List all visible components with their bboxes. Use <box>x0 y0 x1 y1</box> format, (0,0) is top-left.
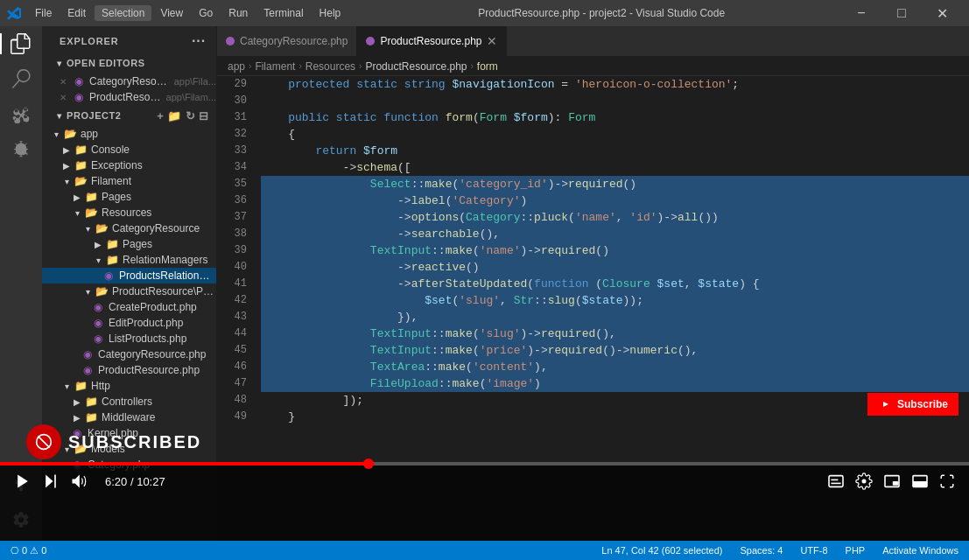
status-language[interactable]: PHP <box>842 545 869 556</box>
tab-close-button[interactable]: ✕ <box>487 34 497 48</box>
tree-category-resource[interactable]: ▾ 📂 CategoryResource <box>42 220 216 236</box>
category-resource-arrow: ▾ <box>81 221 95 235</box>
subscribed-badge: SUBSCRIBED <box>26 424 201 459</box>
breadcrumb-form[interactable]: form <box>477 60 498 73</box>
tree-exceptions[interactable]: ▶ 📁 Exceptions <box>42 158 216 173</box>
svg-rect-6 <box>829 476 843 487</box>
tree-products-relation[interactable]: ◉ ProductsRelationManage... <box>42 268 216 284</box>
menu-edit[interactable]: Edit <box>60 5 93 21</box>
menu-run[interactable]: Run <box>221 5 255 21</box>
refresh-icon[interactable]: ↻ <box>186 109 196 122</box>
tree-edit-product[interactable]: ◉ EditProduct.php <box>42 315 216 331</box>
fullscreen-button[interactable] <box>939 473 955 489</box>
status-errors[interactable]: ⎔ 0 ⚠ 0 <box>7 545 50 556</box>
subscribe-button[interactable]: Subscribe <box>867 393 958 416</box>
tree-app[interactable]: ▾ 📂 app <box>42 126 216 142</box>
code-line-48: ]); <box>261 392 969 409</box>
window-controls: − □ ✕ <box>841 0 962 26</box>
tree-relation-managers[interactable]: ▾ 📁 RelationManagers <box>42 252 216 268</box>
open-editor-category[interactable]: ✕ ◉ CategoryResource.php app\Fila... <box>42 74 216 89</box>
menu-file[interactable]: File <box>28 5 59 21</box>
miniplayer-button[interactable] <box>883 474 901 488</box>
code-line-32: { <box>261 126 969 143</box>
resources-folder-icon: 📂 <box>84 206 98 220</box>
breadcrumb-file[interactable]: ProductResource.php <box>365 60 467 73</box>
breadcrumb-app[interactable]: app <box>228 60 245 73</box>
debug-activity-icon[interactable] <box>7 135 35 163</box>
subscribed-icon <box>26 424 61 459</box>
settings-video-button[interactable] <box>855 472 873 490</box>
code-line-37: ->options(Category::pluck('name', 'id')-… <box>261 209 969 226</box>
tree-product-resource-pages[interactable]: ▾ 📂 ProductResource\Pages <box>42 284 216 299</box>
project-arrow: ▾ <box>53 108 67 122</box>
status-encoding[interactable]: UTF-8 <box>797 545 831 556</box>
middleware-folder-icon: 📁 <box>84 410 98 424</box>
status-position[interactable]: Ln 47, Col 42 (602 selected) <box>598 545 726 556</box>
explorer-activity-icon[interactable] <box>7 30 35 58</box>
tree-category-resource-php[interactable]: ◉ CategoryResource.php <box>42 346 216 362</box>
tree-list-products[interactable]: ◉ ListProducts.php <box>42 331 216 346</box>
tree-create-product[interactable]: ◉ CreateProduct.php <box>42 299 216 315</box>
tab-category-resource[interactable]: CategoryResource.php <box>217 26 357 56</box>
menu-help[interactable]: Help <box>312 5 348 21</box>
project-title[interactable]: ▾ PROJECT2 + 📁 ↻ ⊟ <box>42 105 216 126</box>
theater-mode-button[interactable] <box>911 474 929 488</box>
tree-resources[interactable]: ▾ 📂 Resources <box>42 205 216 220</box>
cat-pages-arrow: ▶ <box>91 237 105 251</box>
exceptions-folder-icon: 📁 <box>74 158 88 172</box>
status-bar: ⎔ 0 ⚠ 0 Ln 47, Col 42 (602 selected) Spa… <box>0 541 969 560</box>
svg-marker-3 <box>46 475 53 488</box>
sidebar-more-icon[interactable]: ··· <box>192 33 206 49</box>
open-editor-product[interactable]: ✕ ◉ ProductResource.php app\Filam... <box>42 89 216 105</box>
http-folder-icon: 📁 <box>74 379 88 393</box>
subtitles-button[interactable] <box>827 474 845 488</box>
relation-managers-folder-icon: 📁 <box>105 253 119 267</box>
close-icon-2: ✕ <box>56 90 70 104</box>
source-control-activity-icon[interactable] <box>7 100 35 128</box>
tree-middleware[interactable]: ▶ 📁 Middleware <box>42 410 216 425</box>
tree-product-resource-php[interactable]: ◉ ProductResource.php <box>42 362 216 378</box>
new-folder-icon[interactable]: 📁 <box>167 109 182 122</box>
open-editors-title[interactable]: ▾ Open Editors <box>42 52 216 74</box>
filament-arrow: ▾ <box>60 174 74 188</box>
youtube-icon <box>878 399 892 410</box>
minimize-button[interactable]: − <box>841 0 881 26</box>
maximize-button[interactable]: □ <box>881 0 922 26</box>
search-activity-icon[interactable] <box>7 65 35 93</box>
svg-rect-12 <box>913 481 927 486</box>
volume-button[interactable] <box>70 472 88 490</box>
play-button[interactable] <box>14 472 32 490</box>
svg-line-1 <box>38 436 49 447</box>
code-line-44: TextInput::make('slug')->required(), <box>261 326 969 342</box>
window-title: ProductResource.php - project2 - Visual … <box>362 7 841 19</box>
tab-product-resource[interactable]: ProductResource.php ✕ <box>357 26 507 56</box>
open-editors-arrow: ▾ <box>53 56 67 70</box>
code-line-33: return $form <box>261 143 969 159</box>
menu-view[interactable]: View <box>153 5 190 21</box>
php-file-icon: ◉ <box>72 74 86 88</box>
tree-filament[interactable]: ▾ 📂 Filament <box>42 173 216 189</box>
tree-http[interactable]: ▾ 📁 Http <box>42 378 216 394</box>
collapse-all-icon[interactable]: ⊟ <box>199 109 209 122</box>
tree-controllers[interactable]: ▶ 📁 Controllers <box>42 394 216 410</box>
breadcrumb-resources[interactable]: Resources <box>305 60 355 73</box>
video-progress[interactable] <box>0 462 969 466</box>
menu-terminal[interactable]: Terminal <box>256 5 310 21</box>
breadcrumb: app › Filament › Resources › ProductReso… <box>217 57 969 76</box>
tree-cat-pages[interactable]: ▶ 📁 Pages <box>42 236 216 252</box>
svg-rect-10 <box>893 481 898 486</box>
new-file-icon[interactable]: + <box>157 109 164 122</box>
breadcrumb-filament[interactable]: Filament <box>255 60 295 73</box>
video-progress-fill <box>0 462 369 466</box>
menu-go[interactable]: Go <box>192 5 220 21</box>
menu-selection[interactable]: Selection <box>95 5 151 21</box>
close-button[interactable]: ✕ <box>922 0 962 26</box>
php-dot-icon <box>226 37 235 46</box>
tree-pages[interactable]: ▶ 📁 Pages <box>42 189 216 205</box>
skip-forward-button[interactable] <box>42 472 60 490</box>
status-spaces[interactable]: Spaces: 4 <box>736 545 786 556</box>
tree-console[interactable]: ▶ 📁 Console <box>42 142 216 158</box>
video-progress-dot <box>363 458 374 469</box>
code-line-40: ->reactive() <box>261 259 969 276</box>
filament-folder-icon: 📂 <box>74 174 88 188</box>
